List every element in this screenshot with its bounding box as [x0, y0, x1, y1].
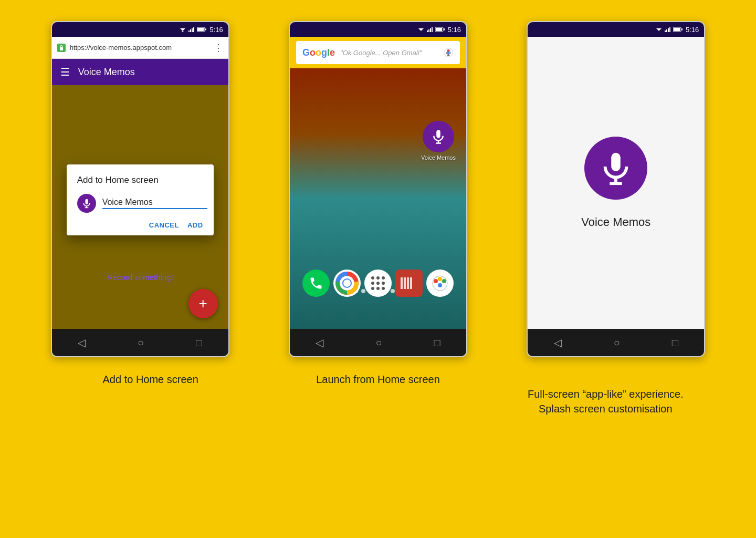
svg-rect-10 — [85, 199, 88, 204]
status-bar-1: 5:16 — [52, 22, 228, 37]
app-title-1: Voice Memos — [78, 67, 135, 78]
svg-point-35 — [382, 276, 385, 280]
google-search-bar[interactable]: Google "Ok Google... Open Gmail" — [296, 41, 460, 64]
svg-point-34 — [376, 276, 380, 280]
status-time-2: 5:16 — [448, 26, 461, 34]
svg-rect-56 — [666, 29, 667, 32]
svg-rect-3 — [190, 29, 191, 32]
svg-rect-8 — [205, 28, 206, 30]
svg-rect-62 — [612, 153, 621, 171]
voice-memos-homescreen-icon[interactable]: Voice Memos — [421, 121, 456, 161]
url-text: https://voice-memos.appspot.com — [70, 44, 209, 51]
status-icons-3 — [655, 27, 682, 32]
svg-rect-43 — [401, 277, 403, 289]
url-menu-dots[interactable]: ⋮ — [214, 42, 223, 54]
svg-rect-60 — [674, 28, 680, 31]
recents-icon-1[interactable]: □ — [196, 337, 202, 349]
phone-column-2: 5:16 Google "Ok Google... Open Gmail" — [269, 21, 486, 357]
svg-rect-17 — [432, 27, 433, 32]
dialog-input-row — [77, 194, 203, 213]
nav-bar-1: ◁ ○ □ — [52, 329, 228, 356]
dock-launcher-icon[interactable] — [364, 270, 392, 297]
status-bar-2: 5:16 — [290, 22, 466, 37]
svg-rect-4 — [192, 28, 193, 32]
google-search-placeholder: "Ok Google... Open Gmail" — [340, 49, 438, 57]
svg-rect-7 — [197, 28, 204, 31]
svg-point-53 — [438, 283, 442, 287]
dialog-actions: CANCEL ADD — [77, 221, 203, 229]
svg-point-33 — [371, 276, 374, 280]
wifi-icon-2 — [417, 27, 425, 32]
cancel-button[interactable]: CANCEL — [149, 221, 179, 229]
svg-marker-13 — [418, 28, 424, 31]
svg-rect-15 — [428, 29, 429, 32]
back-icon-2[interactable]: ◁ — [316, 336, 323, 349]
signal-icon-2 — [427, 27, 433, 32]
status-time-3: 5:16 — [686, 26, 699, 34]
microphone-icon-splash — [597, 150, 634, 187]
dialog-mic-icon — [77, 194, 96, 213]
svg-point-38 — [382, 282, 385, 285]
nav-bar-3: ◁ ○ □ — [528, 329, 704, 356]
svg-point-37 — [376, 282, 380, 285]
dialog-name-input[interactable] — [102, 198, 207, 209]
caption-2: Launch from Home screen — [275, 372, 481, 416]
dock-phone-icon[interactable] — [302, 270, 330, 297]
svg-rect-44 — [404, 277, 406, 289]
caption-1: Add to Home screen — [47, 372, 254, 416]
svg-point-52 — [442, 279, 446, 283]
google-mic-icon[interactable] — [443, 47, 454, 58]
svg-rect-20 — [444, 28, 445, 30]
svg-point-39 — [371, 287, 374, 290]
battery-icon — [197, 27, 206, 32]
status-bar-3: 5:16 — [528, 22, 704, 37]
hamburger-icon[interactable]: ☰ — [60, 66, 70, 78]
dock — [290, 265, 466, 302]
wifi-icon-3 — [655, 27, 663, 32]
svg-rect-45 — [407, 277, 409, 289]
phones-row: 5:16 https://voice-memos.appspot.com ⋮ ☰… — [32, 21, 724, 357]
caption-row: Add to Home screen Launch from Home scre… — [32, 372, 724, 416]
svg-marker-47 — [412, 275, 418, 291]
svg-point-41 — [382, 287, 385, 290]
voice-memos-home-label: Voice Memos — [421, 154, 456, 161]
phone-column-1: 5:16 https://voice-memos.appspot.com ⋮ ☰… — [32, 21, 248, 357]
fab-button[interactable]: + — [188, 289, 218, 318]
home-icon-3[interactable]: ○ — [614, 337, 620, 349]
google-logo: Google — [302, 47, 335, 58]
dock-gallery-icon[interactable] — [426, 270, 454, 297]
record-text: Record something! — [107, 273, 173, 282]
phone-frame-2: 5:16 Google "Ok Google... Open Gmail" — [289, 21, 467, 357]
app-bar-1: ☰ Voice Memos — [52, 59, 228, 85]
back-icon-1[interactable]: ◁ — [78, 336, 86, 349]
nav-bar-2: ◁ ○ □ — [290, 329, 466, 356]
add-button[interactable]: ADD — [187, 221, 203, 229]
home-icon-2[interactable]: ○ — [375, 337, 382, 349]
svg-rect-58 — [669, 27, 670, 32]
svg-marker-54 — [656, 28, 662, 31]
signal-icon-3 — [665, 27, 671, 32]
recents-icon-3[interactable]: □ — [672, 337, 678, 349]
phone-frame-3: 5:16 Voice Memos ◁ ○ □ — [527, 21, 705, 357]
signal-icon — [188, 27, 195, 32]
recents-icon-2[interactable]: □ — [434, 337, 440, 349]
dialog-title: Add to Home screen — [77, 175, 203, 185]
phone-column-3: 5:16 Voice Memos ◁ ○ □ — [508, 21, 724, 357]
svg-rect-19 — [436, 28, 442, 31]
svg-rect-61 — [681, 28, 682, 30]
svg-point-50 — [434, 279, 438, 283]
status-icons-1 — [179, 27, 206, 32]
svg-rect-23 — [447, 49, 449, 51]
svg-point-40 — [376, 287, 380, 290]
microphone-icon-dialog — [81, 198, 92, 209]
back-icon-3[interactable]: ◁ — [554, 336, 562, 349]
fab-plus-icon: + — [198, 295, 207, 312]
dock-video-icon[interactable] — [395, 270, 423, 297]
dock-chrome-icon[interactable] — [333, 270, 361, 297]
splash-screen: Voice Memos — [528, 37, 704, 329]
microphone-icon-home — [430, 129, 446, 144]
home-icon-1[interactable]: ○ — [138, 337, 144, 349]
splash-mic-icon — [584, 137, 647, 200]
svg-rect-16 — [430, 28, 431, 32]
add-to-homescreen-dialog: Add to Home screen — [67, 164, 214, 235]
